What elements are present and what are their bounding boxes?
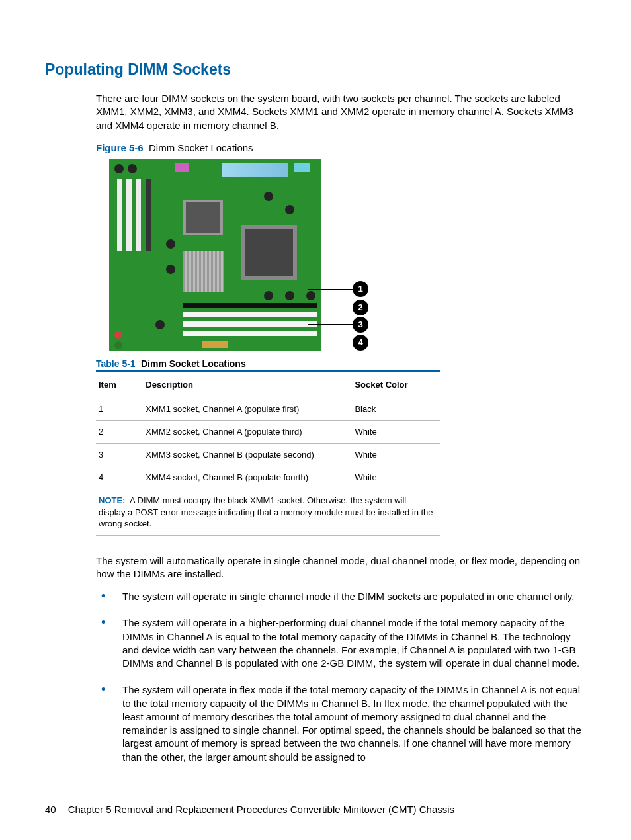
intro-paragraph: There are four DIMM sockets on the syste…: [96, 92, 586, 132]
table-row: 1 XMM1 socket, Channel A (populate first…: [96, 398, 440, 421]
callout-3: 3: [353, 317, 368, 333]
cell-desc: XMM3 socket, Channel B (populate second): [143, 443, 352, 466]
note-text: A DIMM must occupy the black XMM1 socket…: [99, 495, 433, 528]
cell-desc: XMM1 socket, Channel A (populate first): [143, 398, 352, 421]
dimm-socket-table: Item Description Socket Color 1 XMM1 soc…: [96, 370, 440, 535]
list-item: The system will operate in single channe…: [96, 590, 586, 603]
th-socket-color: Socket Color: [352, 372, 440, 398]
page-number: 40: [45, 803, 56, 816]
figure-caption-text: Dimm Socket Locations: [149, 142, 253, 153]
cell-item: 4: [96, 466, 143, 489]
motherboard-figure: 1 2 3 4: [109, 159, 586, 351]
cell-item: 2: [96, 421, 143, 444]
callout-1: 1: [353, 281, 368, 297]
motherboard-illustration: [109, 159, 321, 351]
th-item: Item: [96, 372, 143, 398]
footer-chapter: Chapter 5 Removal and Replacement Proced…: [68, 803, 454, 816]
list-item: The system will operate in a higher-perf…: [96, 616, 586, 670]
cell-desc: XMM4 socket, Channel B (populate fourth): [143, 466, 352, 489]
th-description: Description: [143, 372, 352, 398]
table-row: 4 XMM4 socket, Channel B (populate fourt…: [96, 466, 440, 489]
body-paragraph: The system will automatically operate in…: [96, 554, 586, 581]
table-row: 2 XMM2 socket, Channel A (populate third…: [96, 421, 440, 444]
cell-color: Black: [352, 398, 440, 421]
figure-caption: Figure 5-6 Dimm Socket Locations: [96, 142, 586, 155]
cell-color: White: [352, 443, 440, 466]
note-label: NOTE:: [99, 495, 125, 505]
cell-desc: XMM2 socket, Channel A (populate third): [143, 421, 352, 444]
cell-color: White: [352, 466, 440, 489]
cell-item: 3: [96, 443, 143, 466]
bullet-list: The system will operate in single channe…: [96, 590, 586, 764]
cell-color: White: [352, 421, 440, 444]
list-item: The system will operate in flex mode if …: [96, 683, 586, 764]
table-note-row: NOTE: A DIMM must occupy the black XMM1 …: [96, 489, 440, 536]
figure-label: Figure 5-6: [96, 142, 144, 153]
cell-item: 1: [96, 398, 143, 421]
table-row: 3 XMM3 socket, Channel B (populate secon…: [96, 443, 440, 466]
callout-4: 4: [353, 335, 368, 351]
section-heading: Populating DIMM Sockets: [45, 60, 586, 80]
table-caption-text: Dimm Socket Locations: [141, 358, 246, 369]
callout-2: 2: [353, 300, 368, 315]
table-caption: Table 5-1 Dimm Socket Locations: [96, 357, 586, 370]
page-footer: 40 Chapter 5 Removal and Replacement Pro…: [45, 803, 454, 816]
table-label: Table 5-1: [96, 358, 136, 369]
